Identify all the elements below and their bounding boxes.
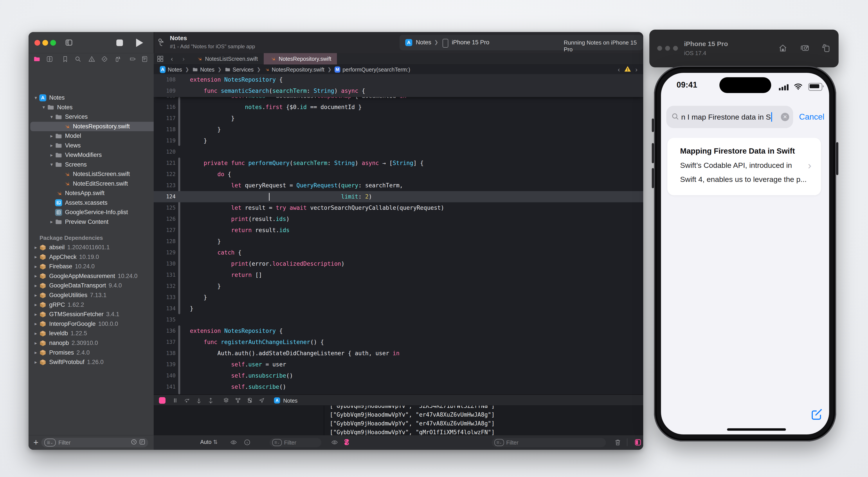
- sim-rotate-icon[interactable]: [821, 43, 831, 54]
- package-item-interopforgoogle[interactable]: ▸InteropForGoogle100.0.0: [30, 319, 154, 329]
- code-line-116[interactable]: 116 notes.first {$0.id == documentId }: [154, 102, 643, 113]
- chevron-down-icon[interactable]: ▾: [40, 104, 47, 110]
- chevron-right-icon[interactable]: ▸: [32, 254, 39, 260]
- recent-clock-icon[interactable]: [131, 439, 137, 446]
- breadcrumb-item-1[interactable]: ANotes: [160, 66, 182, 73]
- add-item-plus-icon[interactable]: +: [33, 438, 38, 447]
- chevron-right-icon[interactable]: ▸: [48, 133, 55, 139]
- console-output[interactable]: ["GybbVqm9jHoaodmwVpYv", "5ZK54RZ71brWt5…: [324, 406, 643, 435]
- sidebar-item-googleservice-info-plist[interactable]: GoogleService-Info.plist: [30, 208, 170, 217]
- view-debugger-icon[interactable]: [222, 396, 230, 405]
- code-line-122[interactable]: 122 do {: [154, 169, 643, 180]
- chevron-right-icon[interactable]: ▸: [32, 283, 39, 289]
- package-item-firebase[interactable]: ▸Firebase10.24.0: [30, 262, 154, 271]
- sidebar-item-viewmodifiers[interactable]: ▸ViewModifiers: [30, 150, 170, 160]
- chevron-right-icon[interactable]: ▸: [32, 331, 39, 336]
- scm-filter-icon[interactable]: [139, 439, 146, 446]
- tab-notesrepository-swift[interactable]: NotesRepository.swift: [264, 53, 337, 64]
- chevron-right-icon[interactable]: ▸: [32, 264, 39, 269]
- pause-icon[interactable]: [171, 396, 180, 405]
- cancel-button[interactable]: Cancel: [799, 112, 824, 122]
- related-items-icon[interactable]: [154, 53, 167, 64]
- breadcrumb-item-3[interactable]: Services: [225, 66, 254, 73]
- chevron-right-icon[interactable]: ▸: [48, 142, 55, 148]
- package-item-nanopb[interactable]: ▸nanopb2.30910.0: [30, 338, 154, 348]
- chevron-right-icon[interactable]: ▸: [48, 219, 55, 225]
- code-line-135[interactable]: 135: [154, 314, 643, 325]
- sim-minimize-button[interactable]: [665, 46, 670, 51]
- code-line-128[interactable]: 128 }: [154, 236, 643, 247]
- breakpoints-icon[interactable]: [128, 54, 137, 64]
- code-line-136[interactable]: 136extension NotesRepository {: [154, 325, 643, 337]
- next-issue-icon[interactable]: ›: [635, 66, 638, 73]
- chevron-right-icon[interactable]: ▸: [32, 350, 39, 355]
- code-line-140[interactable]: 140 self.unsubscribe(): [154, 370, 643, 381]
- clear-console-trash-icon[interactable]: [614, 438, 622, 447]
- code-line-119[interactable]: 119 }: [154, 135, 643, 146]
- tests-icon[interactable]: [100, 54, 109, 64]
- code-line-133[interactable]: 133 }: [154, 292, 643, 303]
- toggle-sidebar-icon[interactable]: [64, 38, 74, 47]
- code-line-120[interactable]: 120: [154, 146, 643, 158]
- chevron-down-icon[interactable]: ▾: [32, 95, 39, 101]
- chevron-right-icon[interactable]: ▸: [32, 321, 39, 327]
- chevron-right-icon[interactable]: ▸: [32, 273, 39, 279]
- code-line-141[interactable]: 141 self.subscribe(): [154, 381, 643, 392]
- memory-graph-icon[interactable]: [234, 396, 242, 405]
- chevron-down-icon[interactable]: ▾: [48, 162, 55, 167]
- code-line-131[interactable]: 131 return []: [154, 269, 643, 281]
- breadcrumb-item-5[interactable]: MperformQuery(searchTerm:): [335, 66, 410, 73]
- reports-icon[interactable]: [140, 54, 150, 64]
- code-line-139[interactable]: 139 self.user = user: [154, 359, 643, 370]
- console-io-toggle-icon[interactable]: [343, 438, 350, 447]
- chevron-right-icon[interactable]: ▸: [32, 292, 39, 298]
- code-line-137[interactable]: 137 func registerAuthChangeListener() {: [154, 337, 643, 348]
- sim-zoom-button[interactable]: [673, 46, 678, 51]
- breakpoints-toggle[interactable]: [159, 397, 165, 404]
- back-chevron-icon[interactable]: ‹: [167, 53, 177, 64]
- sidebar-item-notes[interactable]: ▾Notes: [30, 103, 162, 112]
- code-line-115[interactable]: 115 self.notes = documentIds.compactMap …: [154, 97, 643, 102]
- show-variables-pane-icon[interactable]: [634, 438, 642, 447]
- package-item-swiftprotobuf[interactable]: ▸SwiftProtobuf1.26.0: [30, 357, 154, 367]
- package-item-googleappmeasurement[interactable]: ▸GoogleAppMeasurement10.24.0: [30, 272, 154, 281]
- sidebar-item-assets-xcassets[interactable]: Assets.xcassets: [30, 198, 170, 208]
- compose-note-button[interactable]: [810, 408, 823, 422]
- stop-button[interactable]: [116, 39, 123, 46]
- bookmarks-icon[interactable]: [60, 54, 70, 64]
- package-item-promises[interactable]: ▸Promises2.4.0: [30, 348, 154, 357]
- sidebar-item-notesapp-swift[interactable]: NotesApp.swift: [30, 188, 170, 198]
- code-line-123[interactable]: 123 let queryRequest = QueryRequest(quer…: [154, 180, 643, 191]
- console-eye-icon[interactable]: [331, 439, 338, 447]
- sim-screenshot-icon[interactable]: [800, 43, 810, 54]
- simulate-location-icon[interactable]: [257, 396, 266, 405]
- variables-filter-field[interactable]: ☰⌄ Filter: [270, 438, 321, 447]
- source-editor[interactable]: 116 notes.first {$0.id == documentId }11…: [154, 74, 643, 394]
- search-result-card[interactable]: Mapping Firestore Data in Swift Swift’s …: [668, 138, 821, 195]
- code-line-124[interactable]: 124 limit: 2): [154, 191, 643, 202]
- sidebar-item-preview-content[interactable]: ▸Preview Content: [30, 217, 170, 227]
- clear-search-icon[interactable]: ✕: [781, 113, 789, 121]
- code-line-108[interactable]: 108extension NotesRepository {: [154, 74, 643, 85]
- code-line-132[interactable]: 132 }: [154, 281, 643, 292]
- code-line-117[interactable]: 117 }: [154, 113, 643, 124]
- navigator-filter-field[interactable]: ☰⌄ Filter: [41, 438, 148, 447]
- sidebar-item-services[interactable]: ▾Services: [30, 112, 170, 122]
- code-line-134[interactable]: 134}: [154, 303, 643, 314]
- console-filter-field[interactable]: ☰⌄ Filter: [492, 438, 606, 447]
- sim-close-button[interactable]: [657, 46, 662, 51]
- process-name[interactable]: Notes: [283, 398, 298, 404]
- issues-icon[interactable]: [87, 54, 97, 64]
- sim-home-icon[interactable]: [778, 43, 788, 54]
- package-item-abseil[interactable]: ▸abseil1.2024011601.1: [30, 243, 154, 252]
- breadcrumb-item-4[interactable]: NotesRepository.swift: [264, 66, 324, 73]
- chevron-right-icon[interactable]: ▸: [32, 245, 39, 250]
- scheme-device[interactable]: iPhone 15 Pro: [452, 39, 489, 46]
- chevron-right-icon[interactable]: ▸: [48, 152, 55, 158]
- package-item-leveldb[interactable]: ▸leveldb1.22.5: [30, 329, 154, 338]
- code-line-138[interactable]: 138 Auth.auth().addStateDidChangeListene…: [154, 348, 643, 359]
- quicklook-eye-icon[interactable]: [230, 439, 237, 447]
- filter-menu-icon[interactable]: ☰⌄: [44, 439, 56, 446]
- forward-chevron-icon[interactable]: ›: [177, 53, 190, 64]
- source-control-icon[interactable]: [45, 54, 55, 64]
